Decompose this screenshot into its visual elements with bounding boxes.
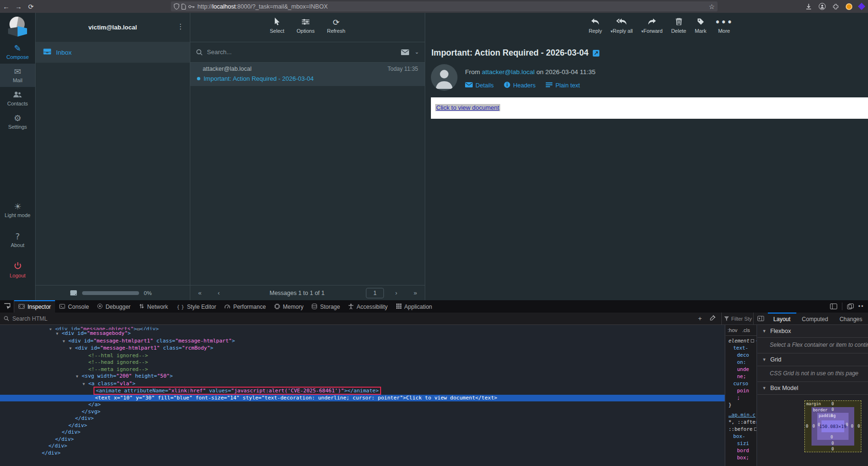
expand-arrow-icon[interactable]: ▼ [83, 381, 88, 388]
message-action-headers[interactable]: Headers [504, 82, 535, 89]
external-link-icon[interactable] [593, 50, 599, 57]
message-toolbar-mark-button[interactable]: Mark [695, 17, 706, 34]
pick-element-icon[interactable] [0, 300, 14, 313]
markup-tree-row[interactable]: <text x="10" y="30" fill="blue" font-siz… [0, 395, 725, 402]
sidebar-tab-layout[interactable]: Layout [768, 313, 796, 324]
last-page-icon[interactable]: » [406, 289, 425, 296]
markup-tree-row[interactable]: </div> [0, 436, 725, 443]
markup-tree-row[interactable]: </div> [0, 429, 725, 436]
devtools-tab-style-editor[interactable]: { }Style Editor [172, 300, 220, 313]
markup-tree-row[interactable]: <animate attributeName="xlink:href" valu… [0, 388, 725, 395]
rules-token[interactable]: …ap.min.c [728, 412, 756, 418]
layout-section-header[interactable]: ▼Box Model [757, 382, 868, 394]
expand-arrow-icon[interactable]: ▼ [49, 326, 55, 330]
dock-options-icon[interactable] [847, 304, 854, 309]
search-options-chevron-icon[interactable]: ⌄ [415, 49, 419, 55]
page-number-input[interactable] [366, 288, 384, 298]
sidebar-item-compose[interactable]: ✎Compose [0, 40, 35, 64]
layout-section-header[interactable]: ▼Grid [757, 353, 868, 366]
first-page-icon[interactable]: « [190, 289, 209, 296]
sidebar-item-light-mode[interactable]: ☀Light mode [0, 199, 35, 222]
markup-tree-row[interactable]: </svg> [0, 409, 725, 416]
back-icon[interactable]: ← [0, 3, 12, 10]
body-document-link[interactable]: Click to view document [435, 104, 500, 111]
devtools-tab-memory[interactable]: Memory [270, 300, 308, 313]
star-icon[interactable]: ☆ [709, 3, 715, 10]
search-scope-mail-icon[interactable] [401, 49, 409, 55]
account-icon[interactable] [819, 3, 826, 10]
markup-tree-row[interactable]: </div> [0, 443, 725, 450]
message-action-details[interactable]: Details [465, 82, 494, 89]
sidebar-item-logout[interactable]: Logout [0, 258, 35, 282]
forward-icon[interactable]: → [12, 3, 25, 10]
toolbar-refresh-button[interactable]: ⟳Refresh [327, 17, 345, 34]
markup-tree-row[interactable]: </div> [0, 415, 725, 422]
message-toolbar-forward-button[interactable]: ▾Forward [641, 17, 663, 34]
split-console-icon[interactable] [830, 304, 837, 309]
download-icon[interactable] [805, 3, 812, 10]
markup-tree-row[interactable]: </a> [0, 401, 725, 409]
sidebar-item-settings[interactable]: ⚙Settings [0, 110, 35, 133]
markup-tree-row[interactable]: <!--html ignored--> [0, 352, 725, 360]
sidebar-item-about[interactable]: ?About [0, 228, 35, 252]
message-list-item[interactable]: attacker@lab.localToday 11:35Important: … [190, 63, 425, 86]
url-bar[interactable]: http://localhost:8000/?_task=mail&_mbox=… [171, 1, 718, 11]
prev-page-icon[interactable]: ‹ [209, 289, 228, 296]
sidebar-tab-computed[interactable]: Computed [796, 313, 834, 324]
layout-section-header[interactable]: ▼Flexbox [757, 325, 868, 337]
devtools-menu-icon[interactable]: •• [859, 303, 864, 310]
search-input[interactable] [207, 48, 397, 56]
folder-options-kebab-icon[interactable]: ⋮ [177, 22, 184, 31]
sidebar-toggle-icon[interactable] [754, 313, 768, 324]
expand-arrow-icon[interactable]: ▼ [69, 345, 75, 352]
eyedropper-icon[interactable] [709, 315, 716, 321]
search-html-input[interactable] [12, 315, 695, 322]
message-toolbar-reply-button[interactable]: Reply [588, 17, 602, 34]
refresh-icon[interactable]: ⟳ [25, 3, 37, 10]
markup-tree-row[interactable]: </div> [0, 422, 725, 429]
key-icon[interactable] [188, 4, 195, 9]
devtools-tab-debugger[interactable]: Debugger [93, 300, 135, 313]
markup-tree-row[interactable]: <!--meta ignored--> [0, 366, 725, 373]
markup-tree-row[interactable]: ▼<svg width="200" height="50"> [0, 373, 725, 380]
devtools-tab-performance[interactable]: Performance [220, 300, 270, 313]
expand-arrow-icon[interactable]: ▼ [63, 338, 68, 345]
class-toggle[interactable]: .cls [742, 327, 750, 333]
devtools-tab-accessibility[interactable]: Accessibility [344, 300, 392, 313]
folder-item-inbox[interactable]: Inbox [36, 42, 190, 63]
devtools-tab-storage[interactable]: Storage [308, 300, 344, 313]
markup-tree-row[interactable]: <!--head ignored--> [0, 359, 725, 366]
toolbar-options-button[interactable]: Options [297, 17, 315, 34]
sidebar-item-mail[interactable]: ✉Mail [0, 64, 35, 87]
devtools-tab-application[interactable]: Application [392, 300, 437, 313]
expand-arrow-icon[interactable]: ▼ [56, 331, 62, 338]
rules-filter-placeholder[interactable]: Filter Sty [731, 316, 752, 322]
markup-tree-row[interactable]: ▼<div id="messagebody"> [0, 330, 725, 338]
markup-tree-row[interactable]: ▼<div id="message-htmlpart1" class="rcmB… [0, 345, 725, 352]
next-page-icon[interactable]: › [387, 289, 406, 296]
message-toolbar-delete-button[interactable]: Delete [671, 17, 686, 34]
purple-extension-icon[interactable] [858, 3, 866, 10]
add-node-icon[interactable]: + [698, 315, 702, 322]
devtools-tab-console[interactable]: Console [55, 300, 93, 313]
devtools-tab-inspector[interactable]: Inspector [14, 300, 55, 313]
markup-tree-row[interactable]: ▼<div id="message-htmlpart1" class="mess… [0, 338, 725, 345]
page-icon[interactable] [181, 4, 186, 10]
sidebar-tab-changes[interactable]: Changes [834, 313, 868, 324]
toolbar-select-button[interactable]: Select [270, 17, 284, 34]
markup-tree-row[interactable]: ▼<div id="message-objects">▭</div> [0, 326, 725, 330]
devtools-tab-network[interactable]: Network [135, 300, 172, 313]
message-count: Messages 1 to 1 of 1 [228, 290, 366, 296]
expand-arrow-icon[interactable]: ▼ [76, 373, 82, 380]
box-model-diagram[interactable]: margin 0 0 0 0 border 0 0 0 0 padding 0 … [804, 400, 861, 452]
orange-extension-icon[interactable] [846, 3, 852, 10]
message-action-plain-text[interactable]: Plain text [546, 82, 579, 89]
pseudo-class-toggle[interactable]: :hov [728, 327, 737, 333]
sidebar-item-label: Compose [6, 54, 28, 60]
sender-address-link[interactable]: attacker@lab.local [482, 68, 534, 76]
markup-tree-row[interactable]: </div> [0, 450, 725, 457]
extensions-icon[interactable] [832, 3, 839, 10]
message-toolbar-more-button[interactable]: •••More [715, 17, 733, 34]
sidebar-item-contacts[interactable]: Contacts [0, 87, 35, 110]
message-toolbar-reply-all-button[interactable]: ▾Reply all [611, 17, 633, 34]
